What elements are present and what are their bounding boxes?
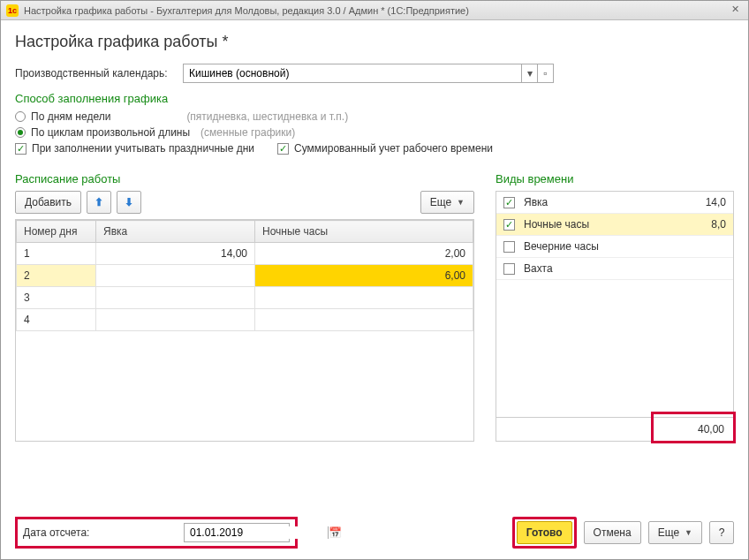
- list-item[interactable]: Ночные часы 8,0: [496, 214, 733, 236]
- table-row[interactable]: 1 14,00 2,00: [17, 243, 473, 265]
- fill-method-title: Способ заполнения графика: [15, 92, 734, 105]
- radio-by-week[interactable]: По дням недели (пятидневка, шестидневка …: [15, 110, 734, 123]
- calendar-row: Производственный календарь: ▾ ▫: [15, 64, 734, 83]
- schedule-more-button[interactable]: Еще▼: [420, 191, 474, 214]
- add-button[interactable]: Добавить: [15, 191, 81, 214]
- arrow-up-icon: ⬆: [95, 196, 103, 208]
- holidays-checkbox[interactable]: [15, 143, 26, 155]
- move-up-button[interactable]: ⬆: [87, 191, 111, 214]
- calendar-label: Производственный календарь:: [15, 67, 183, 79]
- type-value: 14,0: [706, 196, 726, 208]
- time-types-total: 40,00: [496, 417, 733, 441]
- type-label: Ночные часы: [524, 218, 589, 231]
- footer-more-button[interactable]: Еще▼: [648, 521, 702, 544]
- schedule-toolbar: Добавить ⬆ ⬇ Еще▼: [15, 191, 474, 214]
- move-down-button[interactable]: ⬇: [117, 191, 141, 214]
- table-row[interactable]: 2 6,00: [17, 265, 473, 287]
- table-row[interactable]: 3: [17, 287, 473, 309]
- start-date-input[interactable]: 📅: [184, 523, 290, 542]
- list-item[interactable]: Вахта: [496, 258, 733, 280]
- done-highlight: Готово: [512, 517, 577, 549]
- type-value: 8,0: [711, 218, 726, 231]
- type-checkbox[interactable]: [503, 241, 515, 253]
- footer: Дата отсчета: 📅 Готово Отмена Еще▼ ?: [15, 517, 734, 549]
- time-types-title: Виды времени: [496, 172, 734, 185]
- checkbox-row: При заполнении учитывать праздничные дни…: [15, 142, 734, 155]
- app-logo-icon: 1c: [6, 4, 19, 17]
- calendar-input[interactable]: [184, 64, 521, 82]
- open-dialog-icon[interactable]: ▫: [537, 64, 553, 82]
- help-button[interactable]: ?: [709, 521, 734, 544]
- list-item[interactable]: Явка 14,0: [496, 192, 733, 214]
- radio-by-cycle[interactable]: По циклам произвольной длины (сменные гр…: [15, 126, 734, 139]
- list-item[interactable]: Вечерние часы: [496, 236, 733, 258]
- radio-by-cycle-hint: (сменные графики): [200, 126, 295, 139]
- type-checkbox[interactable]: [503, 197, 515, 208]
- chevron-down-icon: ▼: [457, 198, 465, 207]
- radio-icon[interactable]: [15, 127, 26, 138]
- type-checkbox[interactable]: [503, 219, 515, 231]
- chevron-down-icon[interactable]: ▾: [521, 64, 537, 82]
- type-label: Явка: [524, 196, 548, 208]
- start-date-field[interactable]: [185, 526, 328, 539]
- holidays-label: При заполнении учитывать праздничные дни: [32, 142, 254, 155]
- done-button[interactable]: Готово: [517, 521, 572, 544]
- col-presence[interactable]: Явка: [96, 221, 255, 243]
- summarized-checkbox[interactable]: [277, 143, 289, 155]
- close-icon[interactable]: ✕: [727, 4, 743, 18]
- start-date-label: Дата отсчета:: [23, 526, 89, 539]
- time-types-list: Явка 14,0 Ночные часы 8,0 Вечерние часы: [496, 191, 734, 442]
- page-title: Настройка графика работы *: [15, 33, 734, 51]
- start-date-block: Дата отсчета: 📅: [15, 517, 298, 549]
- type-label: Вахта: [524, 262, 553, 275]
- calendar-combo[interactable]: ▾ ▫: [183, 64, 554, 83]
- window-title: Настройка графика работы - Бухгалтерия д…: [24, 5, 469, 16]
- radio-by-cycle-label: По циклам произвольной длины: [31, 126, 190, 139]
- type-label: Вечерние часы: [524, 240, 599, 253]
- radio-by-week-hint: (пятидневка, шестидневка и т.п.): [186, 110, 348, 123]
- titlebar: 1c Настройка графика работы - Бухгалтери…: [1, 1, 748, 20]
- schedule-title: Расписание работы: [15, 172, 474, 185]
- radio-by-week-label: По дням недели: [31, 110, 110, 123]
- col-night[interactable]: Ночные часы: [255, 221, 473, 243]
- schedule-grid[interactable]: Номер дня Явка Ночные часы 1 14,00 2,00: [15, 219, 474, 442]
- table-row[interactable]: 4: [17, 309, 473, 331]
- chevron-down-icon: ▼: [685, 528, 692, 537]
- calendar-icon[interactable]: 📅: [328, 526, 342, 539]
- cancel-button[interactable]: Отмена: [584, 521, 641, 544]
- col-day[interactable]: Номер дня: [17, 221, 96, 243]
- type-checkbox[interactable]: [503, 263, 515, 275]
- arrow-down-icon: ⬇: [125, 196, 133, 208]
- radio-icon[interactable]: [15, 111, 26, 122]
- summarized-label: Суммированный учет рабочего времени: [294, 142, 493, 155]
